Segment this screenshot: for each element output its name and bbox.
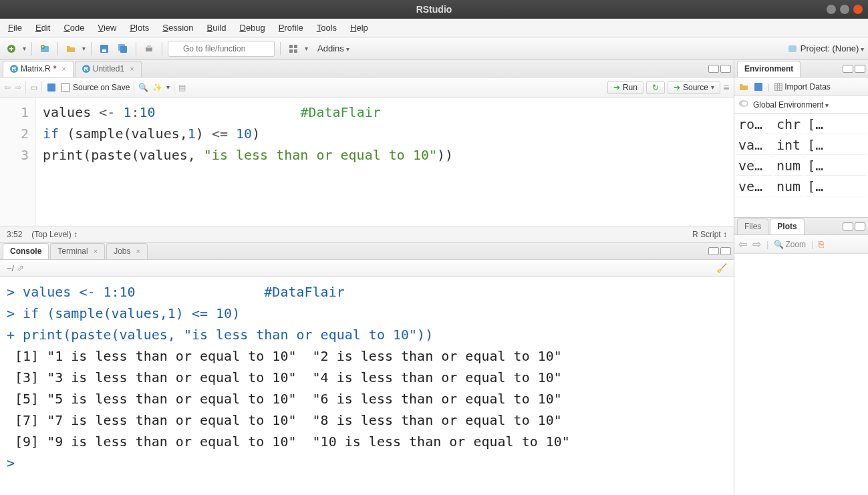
back-icon[interactable]: ⇦ [4, 83, 11, 92]
dropdown-caret-icon[interactable]: ▾ [166, 84, 170, 91]
code-area[interactable]: values <- 1:10 #DataFlair if (sample(val… [36, 98, 734, 226]
menu-tools[interactable]: Tools [311, 20, 342, 35]
maximize-pane-button[interactable] [720, 247, 731, 255]
menu-build[interactable]: Build [202, 20, 232, 35]
console-tab-terminal[interactable]: Terminal× [50, 243, 105, 259]
print-button[interactable] [142, 41, 156, 56]
prev-plot-icon[interactable]: ⇦ [738, 238, 747, 251]
save-all-button[interactable] [116, 41, 130, 56]
open-file-button[interactable] [63, 41, 78, 56]
plots-toolbar: ⇦ ⇨ | 🔍 Zoom | ⎘ [734, 235, 868, 254]
grid-view-button[interactable] [286, 41, 301, 56]
save-button[interactable] [97, 41, 112, 56]
save-icon[interactable] [46, 82, 57, 93]
tab-label: Untitled1 [93, 64, 124, 73]
menu-file[interactable]: File [3, 20, 27, 35]
dropdown-caret-icon[interactable]: ▾ [82, 45, 86, 52]
minimize-pane-button[interactable] [708, 247, 719, 255]
menu-debug[interactable]: Debug [235, 20, 271, 35]
env-var-type: num [774, 156, 803, 176]
source-tab[interactable]: RMatrix.R*× [3, 61, 74, 77]
minimize-pane-button[interactable] [843, 65, 853, 73]
menu-code[interactable]: Code [58, 20, 90, 35]
run-button[interactable]: ➔Run [607, 81, 643, 94]
minimize-pane-button[interactable] [708, 65, 719, 73]
forward-icon[interactable]: ⇨ [15, 83, 21, 92]
zoom-button[interactable]: 🔍 Zoom [774, 240, 806, 249]
scope-selector[interactable]: (Top Level) [31, 230, 78, 239]
plots-tabs: FilesPlots [734, 218, 868, 235]
window-controls [827, 5, 863, 14]
environment-table: ro…chr[…va…int[…ve…num[…ve…num[… [734, 114, 868, 198]
console-tab-console[interactable]: Console [3, 243, 49, 259]
file-type-selector[interactable]: R Script [692, 230, 727, 239]
menu-plots[interactable]: Plots [124, 20, 154, 35]
outline-icon[interactable]: ≣ [723, 83, 730, 92]
minimize-pane-button[interactable] [843, 222, 853, 230]
show-in-new-window-icon[interactable]: ▭ [30, 83, 37, 92]
export-plot-icon[interactable]: ⎘ [819, 239, 824, 249]
maximize-pane-button[interactable] [855, 222, 865, 230]
source-button[interactable]: ➔Source [668, 81, 720, 94]
goto-file-input[interactable] [168, 41, 275, 57]
menu-edit[interactable]: Edit [30, 20, 55, 35]
env-row[interactable]: ve…num[… [736, 177, 867, 196]
save-workspace-icon[interactable] [753, 81, 764, 92]
env-row[interactable]: ve…num[… [736, 156, 867, 176]
tab-files[interactable]: Files [737, 218, 768, 234]
new-file-button[interactable] [4, 41, 19, 56]
separator [91, 42, 92, 55]
r-file-icon: R [10, 65, 18, 73]
svg-point-18 [742, 102, 747, 106]
new-project-button[interactable] [37, 41, 52, 56]
import-dataset-button[interactable]: Import Datas [774, 82, 831, 92]
menu-session[interactable]: Session [157, 20, 198, 35]
menubar: FileEditCodeViewPlotsSessionBuildDebugPr… [0, 19, 868, 37]
console-output[interactable]: > values <- 1:10 #DataFlair > if (sample… [0, 277, 734, 495]
env-row[interactable]: va…int[… [736, 136, 867, 155]
dropdown-caret-icon[interactable]: ▾ [305, 45, 308, 52]
env-row[interactable]: ro…chr[… [736, 115, 867, 134]
maximize-pane-button[interactable] [720, 65, 731, 73]
separator [31, 42, 32, 55]
console-popout-icon[interactable]: ⇗ [17, 263, 24, 273]
menu-profile[interactable]: Profile [273, 20, 309, 35]
minimize-button[interactable] [827, 5, 836, 14]
environment-scope[interactable]: Global Environment [734, 96, 868, 114]
console-path: ~/ [7, 263, 14, 273]
project-menu[interactable]: Project: (None) [801, 43, 864, 53]
main-grid: RMatrix.R*×RUntitled1× ⇦ ⇨ ▭ Source on S… [0, 60, 868, 495]
addins-menu[interactable]: Addins [312, 41, 355, 56]
source-on-save-input[interactable] [61, 83, 70, 92]
wand-icon[interactable]: ✨ [152, 83, 162, 92]
left-column: RMatrix.R*×RUntitled1× ⇦ ⇨ ▭ Source on S… [0, 60, 734, 495]
source-on-save-checkbox[interactable]: Source on Save [61, 83, 130, 92]
maximize-button[interactable] [840, 5, 849, 14]
next-plot-icon[interactable]: ⇨ [752, 238, 761, 251]
close-tab-icon[interactable]: × [61, 65, 65, 73]
find-icon[interactable]: 🔍 [138, 83, 148, 92]
code-editor[interactable]: 123 values <- 1:10 #DataFlair if (sample… [0, 98, 734, 226]
import-label: Import Datas [784, 82, 831, 92]
tab-plots[interactable]: Plots [770, 218, 804, 234]
env-var-value: [… [805, 115, 867, 134]
console-tab-jobs[interactable]: Jobs× [106, 243, 148, 259]
menu-view[interactable]: View [92, 20, 122, 35]
dropdown-caret-icon[interactable]: ▾ [23, 45, 26, 52]
close-button[interactable] [853, 5, 863, 14]
close-tab-icon[interactable]: × [94, 247, 98, 255]
environment-pane: Environment | Import Datas Global Enviro… [734, 60, 868, 218]
rerun-button[interactable]: ↻ [646, 81, 665, 94]
tab-environment[interactable]: Environment [737, 61, 801, 77]
cursor-position: 3:52 [7, 230, 22, 239]
close-tab-icon[interactable]: × [136, 247, 140, 255]
load-workspace-icon[interactable] [738, 81, 749, 92]
maximize-pane-button[interactable] [855, 65, 865, 73]
close-tab-icon[interactable]: × [130, 65, 134, 73]
report-icon[interactable]: ▤ [178, 83, 186, 92]
source-toolbar: ⇦ ⇨ ▭ Source on Save 🔍 ✨ ▾ ▤ ➔Run ↻ [0, 77, 734, 98]
source-tab[interactable]: RUntitled1× [75, 61, 142, 77]
menu-help[interactable]: Help [345, 20, 374, 35]
clear-console-icon[interactable]: 🧹 [716, 263, 727, 273]
svg-rect-12 [294, 49, 297, 53]
